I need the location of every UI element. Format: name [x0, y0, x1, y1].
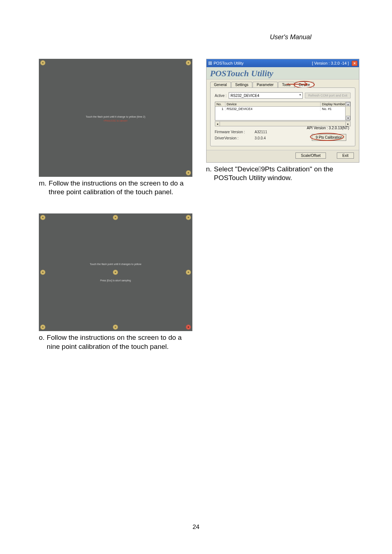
table-row[interactable]: 1 RS232_DEVICE4 No. #1 — [215, 107, 351, 111]
tab-tools-label: Tools — [282, 83, 290, 87]
step-n-caption: n. Select "Device 9Pts Calibration" on t… — [206, 165, 360, 183]
calib-line1: Touch the flash point until it changes t… — [90, 263, 141, 265]
tab-strip: General Settings Parameter Tools Device — [210, 82, 356, 87]
device-grid[interactable]: No. Device Display Number 1 RS232_DEVICE… — [215, 102, 351, 121]
calib-instruction: Touch the flash point until it change to… — [39, 115, 192, 122]
firmware-value: A32111 — [255, 130, 351, 134]
calib-dot — [113, 325, 118, 330]
step-o-letter: o. — [39, 333, 45, 351]
calib-dot — [40, 215, 45, 220]
step-m-text: Follow the instructions on the screen to… — [49, 179, 192, 197]
page-number: 24 — [0, 524, 392, 531]
tab-parameter[interactable]: Parameter — [253, 82, 278, 87]
calib-dot — [40, 60, 45, 65]
calib-line2: <Press ESC to cancel> — [39, 119, 192, 122]
step-m-caption: m. Follow the instructions on the screen… — [39, 179, 192, 197]
driver-label: DriverVersion : — [215, 136, 255, 140]
device-panel: Active : RS232_DEVICE4 Refresh COM port … — [210, 87, 356, 146]
tab-settings[interactable]: Settings — [231, 82, 252, 87]
api-label: API Version : — [307, 126, 328, 130]
col-device: Device — [225, 102, 321, 106]
calib-dot — [40, 270, 45, 275]
left-column: Touch the flash point until it change to… — [39, 59, 192, 351]
scroll-track[interactable] — [220, 121, 346, 126]
cell-no: 1 — [215, 107, 225, 111]
nine-pts-label: 9 Pts Calibration — [316, 135, 342, 139]
nine-point-calib-screenshot: Touch the flash point until it changes t… — [39, 213, 192, 331]
scroll-up-icon[interactable]: ▴ — [346, 102, 350, 106]
exit-button[interactable]: Exit — [337, 152, 354, 159]
active-device-value: RS232_DEVICE4 — [230, 94, 259, 98]
header-manual-label: User's Manual — [270, 33, 311, 41]
brand-header: POSTouch Utility — [207, 67, 359, 80]
tab-device[interactable]: Device — [295, 82, 314, 87]
grid-h-scrollbar[interactable]: ◂ ▸ — [215, 121, 351, 126]
tab-general[interactable]: General — [210, 82, 231, 87]
calib-line2: Press [Esc] to abort sampling — [100, 279, 131, 282]
titlebar-version: [ Version : 3.2.0 -14 ] — [312, 61, 349, 65]
col-no: No. — [215, 102, 225, 106]
active-label: Active : — [215, 94, 227, 98]
close-button[interactable]: × — [352, 61, 358, 66]
cell-device: RS232_DEVICE4 — [225, 107, 321, 111]
step-n-letter: n. — [206, 165, 212, 183]
window-titlebar: POSTouch Utility [ Version : 3.2.0 -14 ]… — [207, 59, 359, 67]
grid-header: No. Device Display Number — [215, 102, 351, 107]
calib-dot — [186, 215, 191, 220]
tab-device-label: Device — [299, 83, 310, 87]
calib-line1: Touch the flash point until it change to… — [86, 115, 145, 118]
step-o-caption: o. Follow the instructions on the screen… — [39, 333, 192, 351]
step-m-letter: m. — [39, 179, 46, 197]
scroll-down-icon[interactable]: ▾ — [346, 116, 350, 120]
window-bottom-buttons: Scale/Offset Exit — [207, 150, 359, 162]
firmware-label: Firmware Version : — [215, 130, 255, 134]
right-column: POSTouch Utility [ Version : 3.2.0 -14 ]… — [206, 59, 360, 351]
calib-dot — [113, 215, 118, 220]
scroll-right-icon[interactable]: ▸ — [346, 121, 351, 126]
active-device-dropdown[interactable]: RS232_DEVICE4 — [229, 92, 303, 99]
calib-instruction-2: Press [Esc] to abort sampling — [39, 279, 192, 282]
calib-dot — [186, 170, 191, 175]
calib-dot-active — [186, 325, 191, 330]
titlebar-icon — [208, 61, 212, 65]
three-point-calib-screenshot: Touch the flash point until it change to… — [39, 59, 192, 177]
postouch-utility-window: POSTouch Utility [ Version : 3.2.0 -14 ]… — [206, 59, 360, 163]
scale-offset-button[interactable]: Scale/Offset — [295, 152, 326, 159]
titlebar-title: POSTouch Utility — [214, 61, 244, 65]
nine-pts-calibration-button[interactable]: 9 Pts Calibration — [312, 134, 346, 141]
step-o-text: Follow the instructions on the screen to… — [47, 333, 192, 351]
tab-tools[interactable]: Tools — [278, 82, 294, 87]
calib-dot — [40, 325, 45, 330]
calib-dot — [113, 270, 118, 275]
calib-dot — [186, 270, 191, 275]
scroll-left-icon[interactable]: ◂ — [215, 121, 220, 126]
calib-dot — [186, 60, 191, 65]
refresh-button: Refresh COM port and Exit — [305, 93, 351, 98]
calib-instruction: Touch the flash point until it changes t… — [39, 263, 192, 265]
api-value: 3.2.0.13(NT) — [329, 126, 349, 130]
grid-v-scrollbar[interactable]: ▴ ▾ — [345, 102, 350, 120]
step-n-text: Select "Device 9Pts Calibration" on the … — [214, 165, 359, 183]
